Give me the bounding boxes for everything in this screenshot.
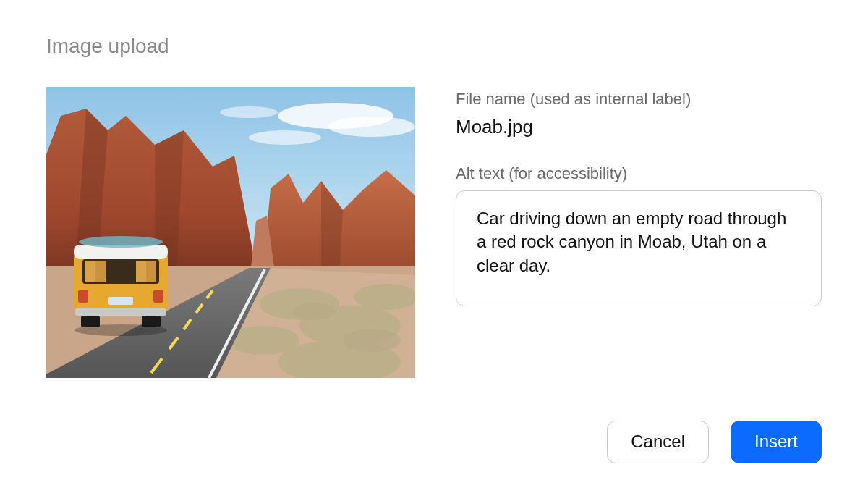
content-row: File name (used as internal label) Moab.… xyxy=(46,87,822,378)
svg-rect-23 xyxy=(136,261,146,282)
insert-button[interactable]: Insert xyxy=(731,421,822,463)
form-column: File name (used as internal label) Moab.… xyxy=(456,87,822,309)
alt-text-label: Alt text (for accessibility) xyxy=(456,164,822,183)
svg-rect-21 xyxy=(85,261,95,282)
svg-rect-26 xyxy=(78,290,88,303)
svg-rect-22 xyxy=(95,261,106,282)
file-name-value: Moab.jpg xyxy=(456,116,822,138)
alt-text-input[interactable] xyxy=(456,190,822,306)
svg-point-2 xyxy=(328,117,415,137)
svg-point-3 xyxy=(249,130,321,145)
moab-image xyxy=(46,87,415,378)
svg-rect-28 xyxy=(109,297,133,305)
cancel-button[interactable]: Cancel xyxy=(607,421,709,463)
svg-rect-27 xyxy=(153,290,163,303)
dialog-title: Image upload xyxy=(46,35,822,58)
svg-point-31 xyxy=(79,236,163,248)
button-row: Cancel Insert xyxy=(607,421,822,463)
image-upload-dialog: Image upload xyxy=(0,0,868,488)
svg-rect-24 xyxy=(146,261,156,282)
svg-rect-25 xyxy=(75,308,166,316)
file-name-label: File name (used as internal label) xyxy=(456,90,822,109)
image-preview xyxy=(46,87,415,378)
svg-point-4 xyxy=(220,106,278,118)
svg-point-32 xyxy=(75,324,167,336)
